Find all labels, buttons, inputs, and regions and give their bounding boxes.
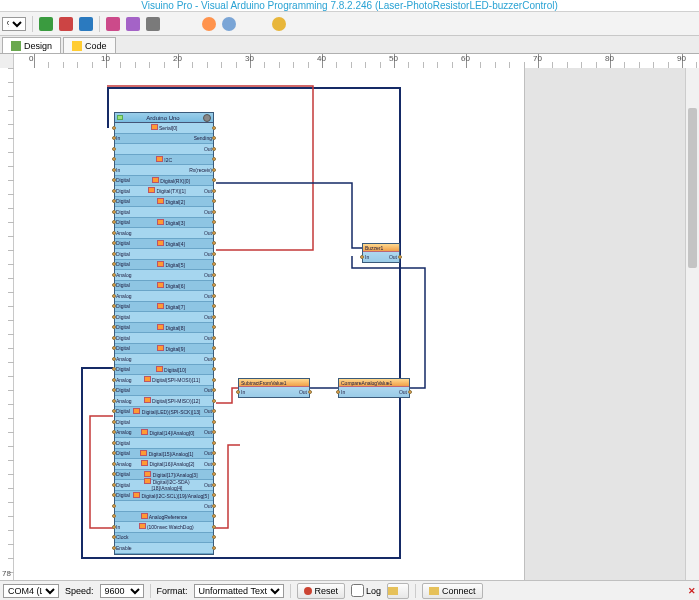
board-row[interactable]: InRx(receiv) [115, 165, 213, 176]
board-row[interactable]: Digital Digital[9] [115, 344, 213, 355]
pin-out[interactable] [212, 483, 216, 487]
pin-out[interactable] [212, 493, 216, 497]
log-checkbox[interactable]: Log [351, 584, 381, 597]
pin-out[interactable] [212, 220, 216, 224]
pin-out[interactable] [212, 126, 216, 130]
zoom-combo[interactable]: % [2, 17, 26, 31]
pin-out[interactable] [212, 451, 216, 455]
pin-out[interactable] [212, 304, 216, 308]
pin-in[interactable] [112, 315, 116, 319]
pin-out[interactable] [212, 420, 216, 424]
board-row[interactable]: DigitalOut [115, 207, 213, 218]
buzzer-pin-out[interactable] [398, 255, 402, 259]
compare-node[interactable]: CompareAnalogValue1 In Out [338, 378, 410, 398]
zoom-out-icon[interactable] [59, 17, 73, 31]
pin-in[interactable] [112, 189, 116, 193]
pin-out[interactable] [212, 147, 216, 151]
board-row[interactable]: Digital [115, 417, 213, 428]
pin-out[interactable] [212, 409, 216, 413]
board-row[interactable]: Out [115, 501, 213, 512]
arduino-uno-node[interactable]: Arduino Uno Serial[0]InSendingOut I2CInR… [114, 112, 214, 555]
subtract-node[interactable]: SubtractFromValue1 In Out [238, 378, 310, 398]
board-row[interactable]: Analog Digital(SPI-MISO)[12] [115, 396, 213, 407]
pin-out[interactable] [212, 168, 216, 172]
buzzer-header[interactable]: Buzzer1 [363, 244, 399, 252]
pin-out[interactable] [212, 472, 216, 476]
board-row[interactable]: Analog Digital[16]/Analog[2]Out [115, 459, 213, 470]
format-combo[interactable]: Unformatted Text [194, 584, 284, 598]
board-row[interactable]: I2C [115, 155, 213, 166]
board-row[interactable]: Digital Digital[15]/Analog[1]Out [115, 449, 213, 460]
pin-out[interactable] [212, 346, 216, 350]
pin-out[interactable] [212, 136, 216, 140]
board-row[interactable]: AnalogOut [115, 228, 213, 239]
pin-out[interactable] [212, 315, 216, 319]
pin-out[interactable] [212, 378, 216, 382]
tab-code[interactable]: Code [63, 37, 116, 53]
pin-in[interactable] [112, 168, 116, 172]
pin-out[interactable] [212, 178, 216, 182]
subtract-pin-out[interactable] [308, 390, 312, 394]
pin-out[interactable] [212, 535, 216, 539]
pin-out[interactable] [212, 241, 216, 245]
board-row[interactable]: Digital [115, 438, 213, 449]
pin-in[interactable] [112, 147, 116, 151]
board-row[interactable]: Digital Digital[2] [115, 197, 213, 208]
pin-out[interactable] [212, 514, 216, 518]
board-row[interactable]: Out [115, 144, 213, 155]
pin-in[interactable] [112, 126, 116, 130]
board-row[interactable]: DigitalOut [115, 333, 213, 344]
board-row[interactable]: AnalogReference [115, 512, 213, 523]
board-row[interactable]: AnalogOut [115, 270, 213, 281]
pin-out[interactable] [212, 399, 216, 403]
pin-out[interactable] [212, 189, 216, 193]
pin-in[interactable] [112, 399, 116, 403]
pin-out[interactable] [212, 357, 216, 361]
help-icon[interactable] [272, 17, 286, 31]
cut-icon[interactable] [126, 17, 140, 31]
serial-icon[interactable] [222, 17, 236, 31]
zoom-in-icon[interactable] [39, 17, 53, 31]
pin-out[interactable] [212, 157, 216, 161]
buzzer-pin-in[interactable] [360, 255, 364, 259]
pin-out[interactable] [212, 388, 216, 392]
pin-out[interactable] [212, 283, 216, 287]
board-row[interactable]: In (100nsec WatchDog) [115, 522, 213, 533]
board-row[interactable]: Serial[0] [115, 123, 213, 134]
pin-out[interactable] [212, 252, 216, 256]
board-row[interactable]: AnalogOut [115, 291, 213, 302]
design-canvas[interactable]: Arduino Uno Serial[0]InSendingOut I2CInR… [0, 68, 699, 580]
buzzer-node[interactable]: Buzzer1 In Out [362, 243, 400, 263]
reset-button[interactable]: Reset [297, 583, 346, 599]
pin-in[interactable] [112, 336, 116, 340]
scroll-thumb[interactable] [688, 108, 697, 268]
tool-icon[interactable] [106, 17, 120, 31]
v-scrollbar[interactable] [685, 68, 699, 580]
pin-out[interactable] [212, 441, 216, 445]
pin-in[interactable] [112, 252, 116, 256]
pin-out[interactable] [212, 210, 216, 214]
pin-out[interactable] [212, 462, 216, 466]
pin-out[interactable] [212, 504, 216, 508]
connect-button[interactable]: Connect [422, 583, 483, 599]
delete-icon[interactable] [146, 17, 160, 31]
board-header[interactable]: Arduino Uno [115, 113, 213, 123]
pin-in[interactable] [112, 525, 116, 529]
board-row[interactable]: Digital Digital(LED)(SPI-SCK)[13]Out [115, 407, 213, 418]
pin-in[interactable] [112, 378, 116, 382]
board-row[interactable]: DigitalOut [115, 312, 213, 323]
pin-in[interactable] [112, 483, 116, 487]
board-row[interactable]: Enable [115, 543, 213, 554]
board-row[interactable]: DigitalOut [115, 386, 213, 397]
board-row[interactable]: Analog Digital[14]/Analog[0]Out [115, 428, 213, 439]
board-row[interactable]: Digital Digital[4] [115, 239, 213, 250]
pin-in[interactable] [112, 462, 116, 466]
pin-out[interactable] [212, 273, 216, 277]
subtract-pin-in[interactable] [236, 390, 240, 394]
board-row[interactable]: Digital Digital(I2C-SDA)[18]/Analog[4]Ou… [115, 480, 213, 491]
log-file-button[interactable] [387, 583, 409, 599]
pin-in[interactable] [112, 231, 116, 235]
pin-in[interactable] [112, 420, 116, 424]
pin-out[interactable] [212, 262, 216, 266]
pin-in[interactable] [112, 273, 116, 277]
